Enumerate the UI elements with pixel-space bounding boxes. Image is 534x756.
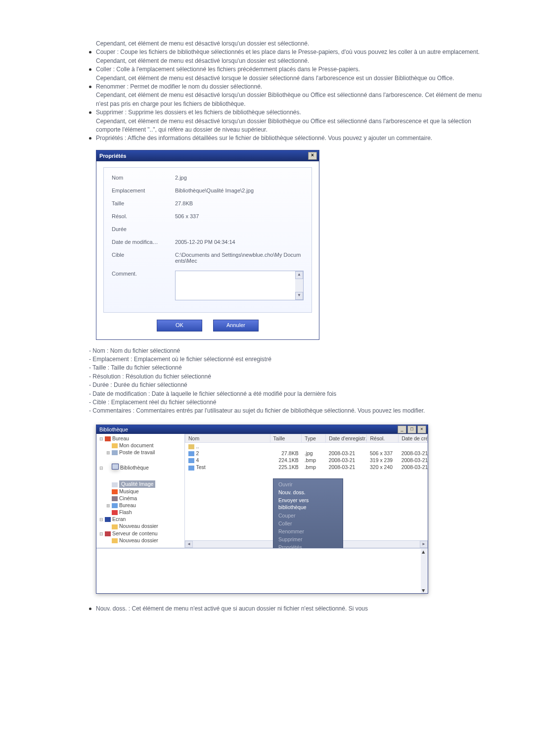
img-icon	[112, 482, 118, 487]
folder-tree[interactable]: ⊟BureauMon document⊞Poste de travail⊟Bib…	[96, 434, 185, 548]
tree-toggle-icon[interactable]: ⊟	[98, 436, 104, 442]
tree-node[interactable]: ⊟Ecran	[98, 516, 182, 522]
col-type[interactable]: Type	[302, 434, 326, 442]
col-taille[interactable]: Taille	[270, 434, 302, 442]
table-cell: 2008-03-21	[399, 457, 428, 464]
tree-node[interactable]: ⊟Bibliothèque	[98, 456, 182, 480]
ok-button[interactable]: OK	[157, 320, 202, 331]
scroll-up-icon[interactable]: ▲	[421, 549, 428, 555]
cell-text: 2008-03-21	[401, 450, 428, 456]
table-cell: .jpg	[302, 450, 326, 457]
tree-toggle-icon[interactable]: ⊞	[105, 450, 111, 456]
tree-toggle-icon[interactable]: ⊟	[98, 531, 104, 537]
cancel-button[interactable]: Annuler	[213, 320, 259, 331]
tree-node-label: Bibliothèque	[120, 465, 149, 471]
tree-node[interactable]: ⊞Poste de travail	[98, 449, 182, 456]
cell-text: 27.8KB	[281, 450, 298, 456]
preview-pane: ▲ ▼	[96, 548, 428, 593]
folder-icon	[112, 524, 118, 529]
table-cell: 2	[185, 450, 270, 457]
context-menu-item[interactable]: Nouv. doss.	[273, 488, 343, 496]
server-icon	[105, 531, 111, 536]
table-row[interactable]: Test225.1KB.bmp2008-03-21320 x 2402008-0…	[185, 464, 428, 471]
table-cell: 225.1KB	[270, 464, 302, 471]
cell-text: 2008-03-21	[329, 457, 356, 463]
table-cell: 2008-03-21	[399, 450, 428, 457]
maximize-icon[interactable]: □	[407, 425, 416, 433]
cell-text: 2	[196, 450, 199, 456]
tree-toggle-icon[interactable]: ⊞	[105, 503, 111, 509]
tree-node-label: Nouveau dossier	[119, 523, 158, 529]
col-date[interactable]: Date d'enregistr…	[326, 434, 367, 442]
tree-node[interactable]: Nouveau dossier	[98, 537, 182, 544]
label-resol: Résol.	[112, 213, 166, 219]
comment-scrollbar[interactable]: ▲ ▼	[295, 271, 303, 300]
tree-node[interactable]: Mon document	[98, 442, 182, 449]
table-cell: 2008-03-21	[326, 464, 367, 471]
table-cell: 224.1KB	[270, 457, 302, 464]
preview-scrollbar[interactable]: ▲ ▼	[421, 549, 428, 593]
table-cell	[270, 442, 302, 450]
cell-text: 320 x 240	[370, 464, 393, 470]
scroll-left-icon[interactable]: ◄	[185, 541, 193, 548]
tree-node-label: Serveur de contenu	[112, 530, 158, 536]
scroll-down-icon[interactable]: ▼	[295, 292, 303, 300]
help-bullet: Coller : Colle à l'emplacement sélection…	[89, 65, 494, 83]
tree-node[interactable]: ⊟Bureau	[98, 435, 182, 442]
tree-node[interactable]: Cinéma	[98, 495, 182, 502]
table-cell: 320 x 240	[367, 464, 399, 471]
tree-node[interactable]: ⊟Serveur de contenu	[98, 530, 182, 537]
table-row[interactable]: ..	[185, 442, 428, 450]
table-cell: 319 x 239	[367, 457, 399, 464]
close-icon[interactable]: ×	[308, 152, 317, 160]
help-bullet-sub: Cependant, cet élément de menu est désac…	[96, 57, 494, 65]
dialog-titlebar[interactable]: Propriétés ×	[96, 150, 319, 161]
cell-text: ..	[196, 443, 199, 449]
comment-text[interactable]	[176, 271, 295, 300]
library-title: Bibliothèque	[99, 426, 128, 432]
label-duree: Durée	[112, 226, 166, 232]
context-menu-item: Ouvrir	[273, 480, 343, 488]
tree-node[interactable]: ⊞Bureau	[98, 502, 182, 509]
col-nom[interactable]: Nom	[185, 434, 270, 442]
file-list[interactable]: Nom Taille Type Date d'enregistr… Résol.…	[185, 434, 428, 548]
help-bullet: Renommer : Permet de modifier le nom du …	[89, 83, 494, 108]
table-cell: 506 x 337	[367, 450, 399, 457]
tree-toggle-icon[interactable]: ⊟	[98, 465, 104, 471]
scroll-down-icon[interactable]: ▼	[421, 587, 428, 593]
table-cell	[399, 442, 428, 450]
minimize-icon[interactable]: _	[398, 425, 406, 433]
scroll-right-icon[interactable]: ►	[420, 541, 428, 548]
context-menu-item[interactable]: Envoyer vers bibliothèque	[273, 496, 343, 511]
table-row[interactable]: 227.8KB.jpg2008-03-21506 x 3372008-03-21	[185, 450, 428, 457]
label-comment: Comment.	[112, 271, 166, 277]
label-taille: Taille	[112, 200, 166, 206]
help-bullet-sub: Cependant, cet élément de menu est désac…	[96, 117, 494, 135]
dialog-title: Propriétés	[99, 153, 126, 159]
field-definition: - Commentaires : Commentaires entrés par…	[89, 407, 494, 415]
scroll-up-icon[interactable]: ▲	[295, 271, 303, 279]
context-menu-item: Coller	[273, 520, 343, 527]
tree-node-label: Cinéma	[119, 495, 137, 501]
table-row[interactable]: 4224.1KB.bmp2008-03-21319 x 2392008-03-2…	[185, 457, 428, 464]
library-titlebar[interactable]: Bibliothèque _ □ ×	[96, 425, 428, 434]
tree-node-label: Mon document	[119, 442, 153, 448]
cell-text: 2008-03-21	[329, 464, 356, 470]
tree-node-label: Flash	[119, 509, 132, 515]
context-menu[interactable]: OuvrirNouv. doss.Envoyer vers bibliothèq…	[273, 478, 343, 554]
col-crea[interactable]: Date de créa	[399, 434, 428, 442]
context-menu-item: Couper	[273, 512, 343, 520]
label-modif: Date de modifica…	[112, 239, 166, 245]
help-bullet-main: Couper : Coupe les fichiers de bibliothè…	[96, 48, 480, 55]
footer-bullet: Nouv. doss. : Cet élément de menu n'est …	[89, 605, 494, 613]
pic-icon	[188, 458, 194, 463]
tree-node[interactable]: Musique	[98, 488, 182, 495]
tree-node[interactable]: Qualité Image	[98, 480, 182, 487]
cell-text: Test	[196, 464, 206, 470]
comment-textarea[interactable]: ▲ ▼	[175, 271, 304, 300]
tree-node[interactable]: Nouveau dossier	[98, 522, 182, 529]
tree-toggle-icon[interactable]: ⊟	[98, 517, 104, 522]
col-resol[interactable]: Résol.	[367, 434, 399, 442]
close-icon[interactable]: ×	[417, 425, 426, 433]
tree-node[interactable]: Flash	[98, 509, 182, 516]
